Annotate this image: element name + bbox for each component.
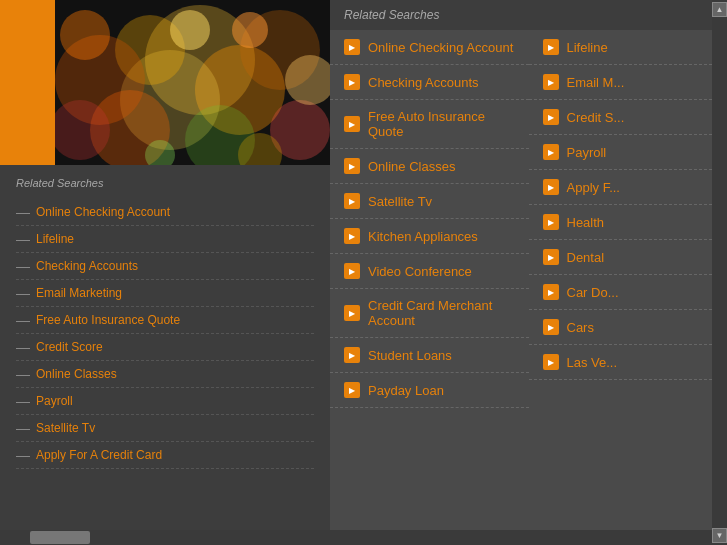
sidebar-list-item[interactable]: — Checking Accounts (16, 253, 314, 280)
result-item[interactable]: Health (529, 205, 728, 240)
svg-point-10 (50, 100, 110, 160)
sidebar-list-item[interactable]: — Email Marketing (16, 280, 314, 307)
result-item[interactable]: Online Checking Account (330, 30, 529, 65)
orange-accent-bar (0, 0, 55, 165)
arrow-icon: — (16, 366, 30, 382)
right-panel-header: Related Searches (330, 0, 727, 30)
arrow-icon: — (16, 339, 30, 355)
result-arrow-icon (543, 74, 559, 90)
result-link[interactable]: Payday Loan (368, 383, 444, 398)
result-link[interactable]: Cars (567, 320, 594, 335)
arrow-icon: — (16, 204, 30, 220)
result-link[interactable]: Apply F... (567, 180, 620, 195)
result-link[interactable]: Online Checking Account (368, 40, 513, 55)
result-item[interactable]: Lifeline (529, 30, 728, 65)
result-arrow-icon (344, 74, 360, 90)
sidebar-list-item[interactable]: — Free Auto Insurance Quote (16, 307, 314, 334)
arrow-icon: — (16, 258, 30, 274)
result-link[interactable]: Payroll (567, 145, 607, 160)
result-item[interactable]: Video Conference (330, 254, 529, 289)
result-link[interactable]: Credit Card Merchant Account (368, 298, 515, 328)
result-item[interactable]: Car Do... (529, 275, 728, 310)
svg-point-12 (170, 10, 210, 50)
result-arrow-icon (543, 214, 559, 230)
result-link[interactable]: Checking Accounts (368, 75, 479, 90)
result-link[interactable]: Car Do... (567, 285, 619, 300)
sidebar-list-item[interactable]: — Online Classes (16, 361, 314, 388)
result-item[interactable]: Apply F... (529, 170, 728, 205)
result-link[interactable]: Dental (567, 250, 605, 265)
arrow-icon: — (16, 231, 30, 247)
left-sidebar: Related Searches — Online Checking Accou… (0, 165, 330, 545)
result-link[interactable]: Online Classes (368, 159, 455, 174)
results-content: Online Checking AccountChecking Accounts… (330, 30, 727, 545)
result-arrow-icon (344, 116, 360, 132)
result-link[interactable]: Email M... (567, 75, 625, 90)
sidebar-list-item[interactable]: — Credit Score (16, 334, 314, 361)
left-results-column: Online Checking AccountChecking Accounts… (330, 30, 529, 545)
right-panel: Related Searches Online Checking Account… (330, 0, 727, 545)
result-item[interactable]: Dental (529, 240, 728, 275)
sidebar-list-item[interactable]: — Satellite Tv (16, 415, 314, 442)
result-arrow-icon (344, 39, 360, 55)
arrow-icon: — (16, 447, 30, 463)
result-link[interactable]: Kitchen Appliances (368, 229, 478, 244)
result-item[interactable]: Student Loans (330, 338, 529, 373)
result-arrow-icon (543, 39, 559, 55)
scroll-down-button[interactable]: ▼ (712, 528, 727, 543)
result-item[interactable]: Email M... (529, 65, 728, 100)
arrow-icon: — (16, 420, 30, 436)
main-container: 🔍 Related Searches — Online Checking Acc… (0, 0, 727, 545)
sidebar-list-item[interactable]: — Apply For A Credit Card (16, 442, 314, 469)
result-item[interactable]: Online Classes (330, 149, 529, 184)
arrow-icon: — (16, 393, 30, 409)
result-arrow-icon (344, 382, 360, 398)
result-arrow-icon (543, 354, 559, 370)
arrow-icon: — (16, 285, 30, 301)
result-arrow-icon (344, 228, 360, 244)
result-item[interactable]: Free Auto Insurance Quote (330, 100, 529, 149)
scrollbar-thumb[interactable] (30, 531, 90, 544)
result-link[interactable]: Free Auto Insurance Quote (368, 109, 515, 139)
result-arrow-icon (543, 144, 559, 160)
svg-point-13 (232, 12, 268, 48)
result-arrow-icon (543, 249, 559, 265)
result-item[interactable]: Payday Loan (330, 373, 529, 408)
result-arrow-icon (344, 193, 360, 209)
right-results-column: LifelineEmail M...Credit S...PayrollAppl… (529, 30, 728, 545)
result-link[interactable]: Lifeline (567, 40, 608, 55)
scroll-up-button[interactable]: ▲ (712, 2, 727, 17)
horizontal-scrollbar[interactable] (0, 530, 727, 545)
result-arrow-icon (543, 109, 559, 125)
result-link[interactable]: Health (567, 215, 605, 230)
result-item[interactable]: Las Ve... (529, 345, 728, 380)
result-link[interactable]: Video Conference (368, 264, 472, 279)
result-item[interactable]: Credit S... (529, 100, 728, 135)
result-link[interactable]: Las Ve... (567, 355, 618, 370)
result-arrow-icon (543, 319, 559, 335)
arrow-icon: — (16, 312, 30, 328)
sidebar-list-item[interactable]: — Online Checking Account (16, 199, 314, 226)
result-link[interactable]: Satellite Tv (368, 194, 432, 209)
result-item[interactable]: Cars (529, 310, 728, 345)
result-link[interactable]: Student Loans (368, 348, 452, 363)
result-item[interactable]: Satellite Tv (330, 184, 529, 219)
result-item[interactable]: Checking Accounts (330, 65, 529, 100)
result-arrow-icon (344, 305, 360, 321)
result-arrow-icon (543, 284, 559, 300)
result-arrow-icon (344, 158, 360, 174)
sidebar-title: Related Searches (16, 177, 314, 189)
result-item[interactable]: Payroll (529, 135, 728, 170)
vertical-scrollbar[interactable]: ▲ ▼ (712, 0, 727, 545)
hero-image (0, 0, 330, 165)
result-item[interactable]: Credit Card Merchant Account (330, 289, 529, 338)
result-link[interactable]: Credit S... (567, 110, 625, 125)
sidebar-list-item[interactable]: — Payroll (16, 388, 314, 415)
sidebar-list-item[interactable]: — Lifeline (16, 226, 314, 253)
scroll-arrows: ▲ ▼ (712, 0, 727, 545)
result-arrow-icon (344, 347, 360, 363)
svg-point-15 (60, 10, 110, 60)
result-arrow-icon (344, 263, 360, 279)
result-arrow-icon (543, 179, 559, 195)
result-item[interactable]: Kitchen Appliances (330, 219, 529, 254)
